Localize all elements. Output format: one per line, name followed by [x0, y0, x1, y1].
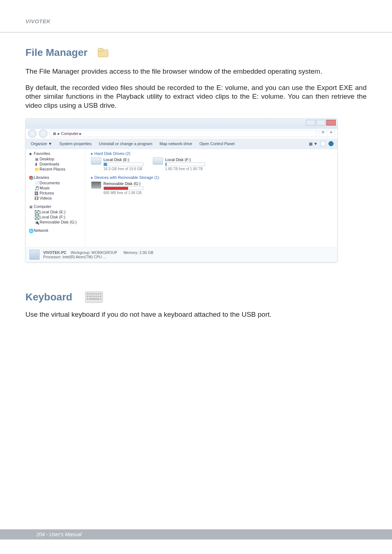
computer-icon: 🖥: [29, 205, 32, 208]
organize-menu[interactable]: Organize ▼: [31, 141, 52, 146]
svg-rect-1: [98, 48, 103, 51]
network-group: 🌐Network: [29, 228, 82, 233]
drive-f[interactable]: Local Disk (F:) 1.80 TB free of 1.80 TB: [153, 157, 205, 171]
maximize-button[interactable]: [316, 120, 326, 126]
svg-rect-10: [87, 296, 88, 297]
folder-icon: [96, 45, 110, 60]
nav-downloads[interactable]: ⬇Downloads: [29, 161, 82, 167]
brand-label: VIVOTEK: [25, 18, 50, 24]
svg-rect-18: [89, 298, 99, 300]
svg-rect-19: [100, 298, 101, 300]
drive-e-sub: 18.3 GB free of 19.8 GB: [103, 167, 143, 171]
svg-rect-9: [100, 293, 101, 295]
status-bar: VIVOTEK-PC Workgroup: WORKGROUP Memory: …: [26, 247, 337, 262]
libraries-icon: 📚: [29, 176, 32, 179]
map-network-drive-button[interactable]: Map network drive: [160, 141, 192, 146]
uninstall-button[interactable]: Uninstall or change a program: [99, 141, 152, 146]
search-dropdown-icon[interactable]: ✦: [327, 130, 335, 137]
svg-rect-14: [95, 296, 97, 297]
keyboard-heading: Keyboard: [25, 291, 72, 303]
status-workgroup: Workgroup: WORKGROUP: [71, 250, 117, 255]
view-mode-button[interactable]: ▦ ▼: [309, 141, 318, 146]
documents-icon: 📄: [34, 181, 38, 185]
desktop-icon: 🖥: [34, 157, 38, 161]
removable-row: Removable Disk (G:) 685 MB free of 1.86 …: [91, 181, 331, 195]
nav-documents[interactable]: 📄Documents: [29, 180, 82, 185]
content-area: File Manager The File Manager provides a…: [0, 33, 392, 319]
breadcrumb-text: ▸ Computer ▸: [58, 131, 82, 136]
computer-header[interactable]: 🖥Computer: [29, 204, 82, 209]
nav-local-disk-f[interactable]: 💽Local Disk (F:): [29, 214, 82, 219]
hard-disk-row: Local Disk (E:) 18.3 GB free of 19.8 GB …: [91, 157, 331, 171]
pictures-icon: 🖼: [34, 191, 38, 195]
music-icon: 🎵: [34, 186, 38, 190]
svg-rect-13: [93, 296, 95, 297]
nav-recent-places[interactable]: 📁Recent Places: [29, 167, 82, 172]
window-buttons: [306, 120, 336, 126]
status-memory: Memory: 2.00 GB: [123, 250, 153, 255]
nav-forward-button[interactable]: [39, 129, 48, 138]
help-icon[interactable]: [328, 141, 334, 146]
svg-rect-7: [95, 293, 97, 295]
svg-rect-12: [91, 296, 93, 297]
drive-e-bar: [103, 163, 143, 166]
svg-rect-17: [87, 298, 88, 300]
drive-f-sub: 1.80 TB free of 1.80 TB: [165, 167, 205, 171]
nav-local-disk-e[interactable]: 💽Local Disk (E:): [29, 209, 82, 214]
network-icon: 🌐: [29, 229, 32, 232]
footer-text: 204 - User's Manual: [36, 532, 82, 537]
header-band: VIVOTEK: [0, 0, 392, 33]
libraries-header[interactable]: 📚Libraries: [29, 175, 82, 180]
svg-rect-3: [87, 293, 88, 295]
keyboard-paragraph: Use the virtual keyboard if you do not h…: [25, 310, 367, 319]
close-button[interactable]: [326, 120, 336, 126]
nav-videos[interactable]: 🎞Videos: [29, 196, 82, 201]
system-properties-button[interactable]: System properties: [60, 141, 92, 146]
computer-group: 🖥Computer 💽Local Disk (E:) 💽Local Disk (…: [29, 204, 82, 225]
nav-pictures[interactable]: 🖼Pictures: [29, 190, 82, 196]
svg-rect-8: [98, 293, 99, 295]
favorites-header[interactable]: ★Favorites: [29, 151, 82, 156]
network-header[interactable]: 🌐Network: [29, 228, 82, 233]
window-titlebar: [26, 119, 337, 129]
fm-paragraph-2: By default, the recorded video files sho…: [25, 83, 367, 110]
videos-icon: 🎞: [34, 196, 38, 200]
nav-removable-disk-g[interactable]: 🔌Removable Disk (G:): [29, 219, 82, 225]
drive-g[interactable]: Removable Disk (G:) 685 MB free of 1.86 …: [91, 181, 143, 195]
explorer-body: ★Favorites 🖥Desktop ⬇Downloads 📁Recent P…: [26, 149, 337, 247]
downloads-icon: ⬇: [34, 162, 38, 166]
fm-paragraph-1: The File Manager provides access to the …: [25, 67, 367, 76]
preview-pane-icon[interactable]: [320, 141, 326, 146]
svg-rect-16: [100, 296, 101, 297]
refresh-icon[interactable]: ⟳: [319, 130, 327, 137]
breadcrumb[interactable]: 🖥 ▸ Computer ▸: [50, 130, 317, 137]
toolbar-right: ▦ ▼: [309, 141, 337, 146]
search-slot[interactable]: ⟳ ✦: [319, 130, 335, 137]
navigation-pane: ★Favorites 🖥Desktop ⬇Downloads 📁Recent P…: [26, 149, 85, 247]
status-processor: Processor: Intel(R) Atom(TM) CPU ...: [43, 255, 154, 259]
nav-music[interactable]: 🎵Music: [29, 185, 82, 190]
computer-icon: 🖥: [52, 131, 56, 136]
drive-g-name: Removable Disk (G:): [103, 181, 143, 186]
disk-icon: 💽: [34, 215, 38, 219]
open-control-panel-button[interactable]: Open Control Panel: [199, 141, 234, 146]
nav-back-button[interactable]: [28, 129, 37, 138]
computer-large-icon: [29, 250, 40, 260]
disk-icon: [91, 157, 101, 165]
footer-band: 204 - User's Manual: [0, 529, 392, 539]
removable-category[interactable]: ▸ Devices with Removable Storage (1): [91, 175, 331, 180]
section-keyboard: Keyboard Use the virtual keyboard if you…: [25, 291, 367, 319]
svg-rect-6: [93, 293, 95, 295]
drive-g-info: Removable Disk (G:) 685 MB free of 1.86 …: [103, 181, 143, 195]
drive-e-name: Local Disk (E:): [103, 157, 143, 162]
toolbar: Organize ▼ System properties Uninstall o…: [26, 139, 337, 149]
drive-e[interactable]: Local Disk (E:) 18.3 GB free of 19.8 GB: [91, 157, 143, 171]
section-file-manager: File Manager The File Manager provides a…: [25, 45, 367, 262]
address-row: 🖥 ▸ Computer ▸ ⟳ ✦: [26, 129, 337, 139]
svg-rect-4: [89, 293, 90, 295]
usb-drive-icon: [91, 181, 101, 189]
drive-f-bar: [165, 163, 205, 166]
hard-disk-category[interactable]: ▸ Hard Disk Drives (2): [91, 151, 331, 156]
nav-desktop[interactable]: 🖥Desktop: [29, 156, 82, 161]
minimize-button[interactable]: [306, 120, 315, 126]
